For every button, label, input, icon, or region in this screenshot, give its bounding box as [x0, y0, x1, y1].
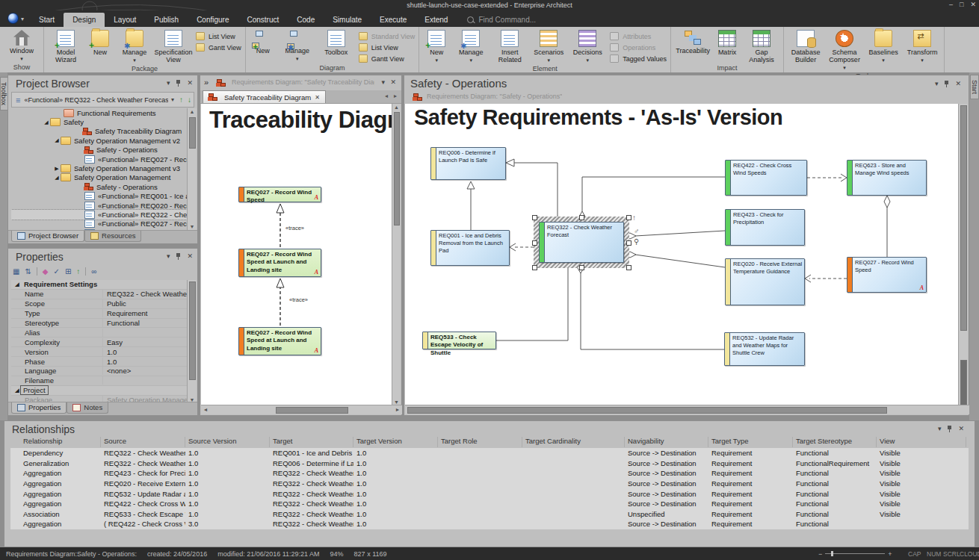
quicklink-icon[interactable]: ♂ — [634, 228, 640, 235]
pin-icon[interactable] — [944, 81, 949, 87]
manage-button[interactable]: Manage▾ — [451, 28, 490, 65]
scroll-left-icon[interactable]: ◄ — [203, 406, 209, 414]
safety-vscrollbar[interactable] — [958, 104, 968, 408]
new-button[interactable]: New — [248, 28, 278, 55]
property-value[interactable]: Public — [103, 299, 187, 308]
categorized-icon[interactable]: ▦ — [13, 267, 19, 276]
tab-resources[interactable]: Resources — [84, 231, 141, 242]
zoom-slider-thumb[interactable] — [831, 551, 833, 556]
tree-item-functional-req027-record-wind-s[interactable]: «Functional» REQ027 - Record Wind S... — [11, 220, 187, 228]
tab-safety-traceability-diagram[interactable]: Safety Traceability Diagram ✕ — [203, 90, 326, 103]
panel-close-icon[interactable]: ✕ — [390, 78, 396, 86]
hamburger-icon[interactable]: ≡ — [16, 96, 20, 105]
element-dropdown-icon[interactable]: ▾ — [171, 96, 174, 103]
relationship-row[interactable]: AggregationREQ422 - Check Cross Wind S..… — [10, 499, 969, 509]
toolbox-button[interactable]: Toolbox — [317, 28, 356, 57]
tree-item-safety[interactable]: ◢Safety — [11, 117, 187, 126]
tree-item-safety-operations[interactable]: Safety - Operations — [11, 146, 187, 155]
navigate-up-icon[interactable]: ↑ — [179, 96, 183, 104]
requirement-box-req027[interactable]: REQ027 - Record Wind SpeedA — [847, 257, 927, 293]
column-header-navigability[interactable]: Navigability — [625, 437, 708, 447]
specification-view-button[interactable]: Specification View — [154, 28, 193, 64]
panel-dropdown-icon[interactable]: ▾ — [381, 78, 385, 86]
tagged-values-button[interactable]: Tagged Values — [610, 53, 667, 64]
trace-hscrollbar[interactable]: ◄ ► — [201, 405, 402, 414]
insert-related-button[interactable]: Insert Related — [490, 28, 529, 64]
manage-button[interactable]: Manage▾ — [115, 28, 154, 65]
tree-expander-icon[interactable]: ◢ — [43, 119, 50, 125]
column-header-target-stereotype[interactable]: Target Stereotype — [793, 437, 877, 447]
ribbon-tab-layout[interactable]: Layout — [105, 13, 145, 27]
ribbon-tab-publish[interactable]: Publish — [145, 13, 188, 27]
tree-item-functional-req020-receive-extern[interactable]: «Functional» REQ020 - Receive Extern... — [11, 201, 187, 210]
tree-item-safety-traceability-diagram[interactable]: Safety Traceability Diagram — [11, 127, 187, 136]
panel-dropdown-icon[interactable]: ▾ — [935, 80, 939, 87]
ribbon-tab-design[interactable]: Design — [64, 13, 105, 27]
navigate-down-icon[interactable]: ↓ — [188, 96, 191, 104]
requirement-box-req001[interactable]: REQ001 - Ice and Debris Removal from the… — [430, 230, 510, 266]
requirement-box-req533[interactable]: REQ533 - Check Escape Velocity of Shuttl… — [422, 332, 496, 349]
requirement-box-req020[interactable]: REQ020 - Receive External Temperature Gu… — [725, 258, 805, 305]
property-value[interactable]: Functional — [103, 319, 187, 327]
tree-item-safety-operations[interactable]: Safety - Operations — [11, 182, 187, 191]
selection-handle[interactable] — [626, 240, 631, 246]
manage-button[interactable]: Manage▾ — [278, 28, 317, 63]
ribbon-tab-extend[interactable]: Extend — [416, 13, 457, 27]
ribbon-tab-code[interactable]: Code — [288, 13, 324, 27]
zoom-out-icon[interactable]: − — [818, 550, 822, 558]
traceability-button[interactable]: Traceability — [673, 28, 712, 55]
column-header-view[interactable]: View — [877, 437, 966, 447]
ribbon-tab-simulate[interactable]: Simulate — [324, 13, 371, 27]
panel-close-icon[interactable]: ✕ — [187, 252, 193, 260]
sort-alpha-icon[interactable]: ⇅ — [25, 267, 31, 276]
relationship-row[interactable]: AggregationREQ423 - Check for Precipitat… — [10, 468, 969, 479]
app-logo-icon[interactable] — [7, 13, 19, 24]
open-dialog-icon[interactable]: ⊞ — [65, 267, 71, 276]
column-header-target-role[interactable]: Target Role — [438, 437, 522, 447]
requirement-box-req422[interactable]: REQ422 - Check Cross Wind Speeds — [725, 160, 807, 196]
column-header-target-version[interactable]: Target Version — [353, 437, 438, 447]
pin-icon[interactable] — [176, 80, 181, 87]
tree-item-functional-requirements[interactable]: Functional Requirements — [11, 108, 187, 117]
tab-scroll-left-icon[interactable]: ◂ — [385, 93, 388, 99]
property-value[interactable]: Easy — [103, 338, 187, 346]
zoom-in-icon[interactable]: + — [888, 550, 892, 558]
tree-item-safety-operation-management-v3[interactable]: ▶Safety Operation Management v3 — [11, 164, 187, 172]
selection-handle[interactable] — [532, 240, 537, 246]
navigate-up-icon[interactable]: ↑ — [76, 267, 80, 276]
logo-dropdown-icon[interactable]: ▾ — [21, 16, 24, 22]
relationship-row[interactable]: AggregationREQ020 - Receive External Te.… — [10, 479, 969, 489]
pin-icon[interactable] — [176, 253, 181, 260]
column-header-target-type[interactable]: Target Type — [708, 437, 793, 447]
property-value[interactable]: REQ322 - Check Weather Forec... — [103, 290, 187, 298]
requirement-box-req532[interactable]: REQ532 - Update Radar and Weather Maps f… — [724, 332, 805, 366]
panel-close-icon[interactable]: ✕ — [955, 80, 961, 87]
column-header-target[interactable]: Target — [270, 437, 353, 447]
tree-expander-icon[interactable]: ◢ — [53, 137, 61, 143]
minimize-button[interactable]: – — [949, 1, 953, 8]
tab-properties[interactable]: Properties — [11, 402, 67, 414]
column-header-source-version[interactable]: Source Version — [185, 437, 270, 447]
scroll-right-icon[interactable]: ► — [395, 406, 401, 414]
selection-handle[interactable] — [532, 215, 537, 220]
selection-handle[interactable] — [579, 265, 584, 270]
ribbon-tab-configure[interactable]: Configure — [188, 13, 238, 27]
ribbon-tab-start[interactable]: Start — [30, 13, 64, 27]
relationship-row[interactable]: DependencyREQ322 - Check Weather Fore...… — [10, 448, 969, 458]
property-value[interactable]: 1.0 — [103, 358, 187, 366]
trace-vscrollbar[interactable]: ▲ ▼ — [392, 104, 401, 406]
scroll-up-icon[interactable]: ▲ — [392, 104, 401, 111]
tab-close-icon[interactable]: ✕ — [315, 94, 320, 101]
decisions-button[interactable]: Decisions▾ — [568, 28, 607, 65]
new-button[interactable]: New▾ — [421, 28, 451, 65]
database-builder-button[interactable]: Database Builder — [786, 28, 825, 64]
new-button[interactable]: New — [85, 28, 115, 57]
panel-close-icon[interactable]: ✕ — [187, 79, 193, 87]
selection-handle[interactable] — [626, 215, 631, 220]
zoom-slider[interactable]: − + — [818, 550, 892, 558]
property-value[interactable]: <none> — [103, 367, 187, 375]
trace-requirement-box[interactable]: REQ027 - Record Wind Speed at Launch and… — [238, 327, 321, 355]
panel-dropdown-icon[interactable]: ▾ — [167, 252, 170, 260]
property-value[interactable]: Requirement — [103, 309, 187, 317]
relationship-row[interactable]: Aggregation( REQ422 - Check Cross Wind .… — [10, 519, 969, 529]
